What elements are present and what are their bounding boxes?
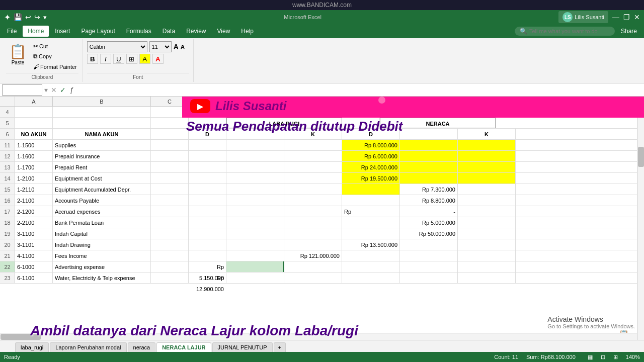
sheet-tab-neraca-lajur[interactable]: NERACA LAJUR xyxy=(156,342,211,352)
cell-g23[interactable] xyxy=(342,273,400,283)
cell-b11[interactable]: Supplies xyxy=(53,140,151,150)
cell-a23[interactable]: 6-1100 xyxy=(15,273,53,283)
copy-button[interactable]: ⧉ Copy xyxy=(32,52,78,60)
cell-a5[interactable] xyxy=(15,118,53,128)
cell-rest19[interactable] xyxy=(516,228,637,239)
cell-h16[interactable]: Rp 8.800.000 xyxy=(400,195,458,206)
view-page-icon[interactable]: ⊞ xyxy=(613,354,618,360)
cell-f19[interactable] xyxy=(284,228,342,239)
cell-h18[interactable]: Rp 5.000.000 xyxy=(400,217,458,228)
cell-g21[interactable] xyxy=(342,250,400,261)
menu-view[interactable]: View xyxy=(212,26,235,37)
cell-e15[interactable] xyxy=(226,184,284,195)
close-icon[interactable]: ✕ xyxy=(634,13,640,21)
sheet-tab-neraca[interactable]: neraca xyxy=(128,342,156,352)
cell-g16[interactable] xyxy=(342,195,400,206)
view-layout-icon[interactable]: ⊡ xyxy=(601,354,605,360)
cell-h12[interactable] xyxy=(400,151,458,161)
cell-e16[interactable] xyxy=(226,195,284,206)
cell-i12[interactable] xyxy=(458,151,516,161)
cell-d15[interactable] xyxy=(189,184,226,195)
cell-f18[interactable] xyxy=(284,217,342,228)
cell-a11[interactable]: 1-1500 xyxy=(15,140,53,150)
cell-f14[interactable] xyxy=(284,173,342,184)
cell-i18[interactable] xyxy=(458,217,516,228)
cell-h23[interactable] xyxy=(400,273,458,283)
cell-h17[interactable]: - xyxy=(400,206,458,217)
cell-rest16[interactable] xyxy=(516,195,637,206)
cell-d20[interactable] xyxy=(189,239,226,250)
cell-e23[interactable] xyxy=(226,273,284,283)
cell-h22[interactable] xyxy=(400,261,458,272)
font-size-select[interactable]: 11 xyxy=(149,41,172,52)
cell-i22[interactable] xyxy=(458,261,516,272)
formula-input[interactable]: 5150000 xyxy=(77,84,642,96)
cell-f12[interactable] xyxy=(284,151,342,161)
cell-rest21[interactable] xyxy=(516,250,637,261)
cell-e12[interactable] xyxy=(226,151,284,161)
user-profile[interactable]: LS Lilis Susanti xyxy=(558,11,608,23)
cell-e22-selected[interactable] xyxy=(226,261,284,272)
cell-d14[interactable] xyxy=(189,173,226,184)
cell-c12[interactable] xyxy=(151,151,189,161)
sheet-tab-laba-rugi[interactable]: laba_rugi xyxy=(15,342,49,352)
menu-pagelayout[interactable]: Page Layout xyxy=(76,26,120,37)
add-sheet-button[interactable]: + xyxy=(274,342,286,352)
cell-i21[interactable] xyxy=(458,250,516,261)
cell-rest15[interactable] xyxy=(516,184,637,195)
font-color-button[interactable]: A xyxy=(152,54,164,64)
cell-h15[interactable]: Rp 7.300.000 xyxy=(400,184,458,195)
cell-b17[interactable]: Accruad expenses xyxy=(53,206,151,217)
cell-f20[interactable] xyxy=(284,239,342,250)
cell-h13[interactable] xyxy=(400,162,458,172)
cell-rest17[interactable] xyxy=(516,206,637,217)
cell-e19[interactable] xyxy=(226,228,284,239)
cell-g22[interactable] xyxy=(342,261,400,272)
cell-c22[interactable] xyxy=(151,261,189,272)
cell-b23[interactable]: Water, Electricity & Telp expense xyxy=(53,273,151,283)
cell-a22[interactable]: 6-1000 xyxy=(15,261,53,272)
cell-c20[interactable] xyxy=(151,239,189,250)
cell-g19[interactable] xyxy=(342,228,400,239)
cell-i17[interactable] xyxy=(458,206,516,217)
cell-d12[interactable] xyxy=(189,151,226,161)
menu-file[interactable]: File xyxy=(2,26,22,37)
cell-i23[interactable] xyxy=(458,273,516,283)
cell-g17[interactable]: Rp xyxy=(342,206,400,217)
menu-help[interactable]: Help xyxy=(236,26,259,37)
cell-b19[interactable]: Indah Capital xyxy=(53,228,151,239)
cell-a19[interactable]: 3-1100 xyxy=(15,228,53,239)
cell-d16[interactable] xyxy=(189,195,226,206)
cancel-entry-icon[interactable]: ✕ xyxy=(50,86,58,94)
cell-h21[interactable] xyxy=(400,250,458,261)
sheet-tab-laporan[interactable]: Laporan Perubahan modal xyxy=(50,342,126,352)
cell-c16[interactable] xyxy=(151,195,189,206)
cell-i19[interactable] xyxy=(458,228,516,239)
cell-rest12[interactable] xyxy=(516,151,637,161)
cell-h20[interactable] xyxy=(400,239,458,250)
confirm-entry-icon[interactable]: ✓ xyxy=(59,86,67,94)
cell-c23[interactable] xyxy=(151,273,189,283)
tell-me-input[interactable] xyxy=(529,28,610,34)
menu-home[interactable]: Home xyxy=(23,26,49,37)
cell-d17[interactable] xyxy=(189,206,226,217)
cell-i13[interactable] xyxy=(458,162,516,172)
cell-i11[interactable] xyxy=(458,140,516,150)
col-b-header[interactable]: B xyxy=(53,97,151,106)
format-painter-button[interactable]: 🖌 Format Painter xyxy=(32,63,78,71)
cell-a12[interactable]: 1-1600 xyxy=(15,151,53,161)
cell-rest23[interactable] xyxy=(516,273,637,283)
underline-button[interactable]: U xyxy=(113,54,124,64)
cell-f16[interactable] xyxy=(284,195,342,206)
cell-g15[interactable] xyxy=(342,184,400,195)
cell-b18[interactable]: Bank Permata Loan xyxy=(53,217,151,228)
cell-f11[interactable] xyxy=(284,140,342,150)
cell-g12[interactable]: Rp 6.000.000 xyxy=(342,151,400,161)
cell-c14[interactable] xyxy=(151,173,189,184)
menu-insert[interactable]: Insert xyxy=(50,26,75,37)
cell-i15[interactable] xyxy=(458,184,516,195)
cell-d23[interactable]: Rp 12.900.000 xyxy=(189,273,226,283)
redo-icon[interactable]: ↪ xyxy=(34,13,40,21)
cell-h11[interactable] xyxy=(400,140,458,150)
cell-b14[interactable]: Equiptment at Cost xyxy=(53,173,151,184)
